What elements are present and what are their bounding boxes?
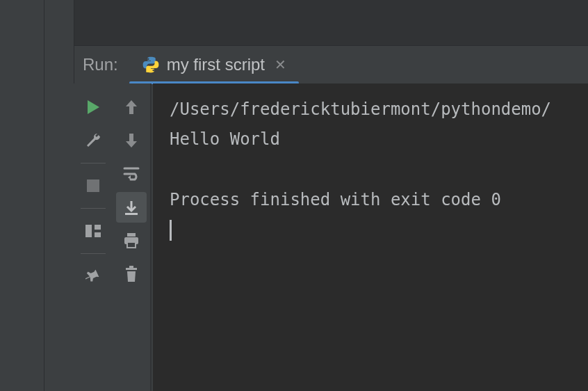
layout-button[interactable]: [78, 216, 108, 246]
console-line: Hello World: [170, 129, 280, 149]
far-left-gutter: [0, 0, 44, 391]
soft-wrap-icon: [123, 166, 140, 182]
text-cursor: [170, 220, 172, 241]
print-icon: [123, 233, 140, 248]
console-line: /Users/fredericktubiermont/pythondemo/: [170, 99, 551, 119]
pin-icon: [85, 269, 101, 284]
run-toolbar-primary: [74, 83, 113, 391]
svg-rect-0: [87, 179, 99, 192]
python-icon: [142, 56, 160, 74]
svg-rect-7: [127, 242, 136, 248]
pin-button[interactable]: [78, 261, 108, 292]
scroll-to-end-button[interactable]: [116, 192, 147, 223]
svg-rect-5: [127, 233, 136, 237]
run-tab[interactable]: my first script ✕: [135, 46, 293, 83]
rerun-button[interactable]: [78, 92, 108, 122]
print-button[interactable]: [116, 225, 147, 256]
stop-button[interactable]: [78, 170, 108, 201]
run-tab-title: my first script: [167, 55, 265, 74]
trash-icon: [124, 266, 138, 282]
up-button[interactable]: [116, 92, 147, 122]
svg-rect-1: [85, 225, 92, 237]
svg-rect-9: [129, 266, 133, 268]
svg-rect-3: [95, 232, 101, 237]
run-label: Run:: [83, 55, 118, 74]
run-toolbar-secondary: [113, 83, 152, 391]
bookmarks-sidebar[interactable]: Bookmarks: [44, 0, 74, 391]
svg-rect-8: [126, 268, 137, 270]
svg-rect-2: [95, 225, 101, 230]
divider: [81, 208, 106, 209]
divider: [81, 253, 106, 254]
play-icon: [85, 99, 101, 115]
console-line: Process finished with exit code 0: [170, 190, 501, 209]
arrow-down-icon: [124, 132, 138, 149]
down-button[interactable]: [116, 125, 147, 156]
settings-button[interactable]: [78, 125, 108, 156]
divider: [81, 163, 106, 163]
arrow-up-icon: [124, 99, 138, 115]
wrench-icon: [85, 132, 101, 149]
layout-icon: [85, 225, 101, 237]
svg-rect-4: [125, 213, 138, 215]
clear-button[interactable]: [116, 259, 147, 289]
soft-wrap-button[interactable]: [116, 159, 147, 189]
scroll-to-end-icon: [123, 199, 140, 216]
close-icon[interactable]: ✕: [275, 58, 286, 72]
editor-area-placeholder: [74, 0, 588, 46]
console-output[interactable]: /Users/fredericktubiermont/pythondemo/ H…: [153, 83, 588, 391]
run-tool-window-header: Run: my first script ✕: [74, 46, 588, 83]
stop-icon: [87, 179, 99, 192]
